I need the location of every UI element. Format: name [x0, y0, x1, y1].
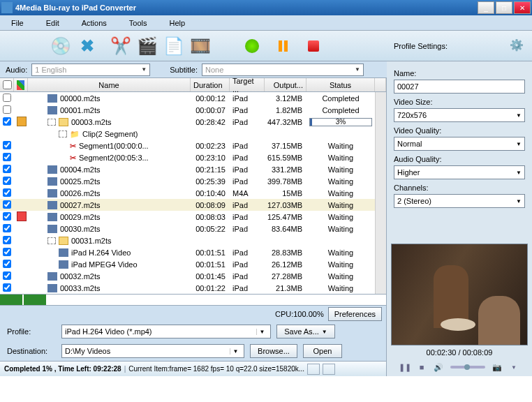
table-row[interactable]: iPad MPEG4 Video00:01:51iPad26.12MBWaiti… — [0, 258, 375, 270]
table-row[interactable]: 00004.m2ts00:21:15iPad331.2MBWaiting — [0, 163, 375, 175]
row-checkbox[interactable] — [3, 188, 11, 197]
row-checkbox[interactable] — [3, 153, 11, 161]
pause-button[interactable] — [271, 34, 295, 58]
stop-button[interactable] — [302, 34, 325, 58]
menu-tools[interactable]: Tools — [118, 19, 158, 27]
gear-icon[interactable]: ⚙️ — [510, 38, 525, 54]
add-file-button[interactable]: 📄 — [162, 34, 186, 58]
status-cell: Waiting — [306, 284, 375, 292]
table-row[interactable]: 📁Clip(2 Segment) — [0, 128, 375, 140]
preview-pause-button[interactable]: ❚❚ — [400, 362, 410, 372]
audio-quality-combo[interactable]: Higher▼ — [394, 165, 525, 179]
row-checkbox[interactable] — [3, 271, 11, 280]
menu-actions[interactable]: Actions — [71, 19, 118, 27]
start-button[interactable] — [240, 34, 264, 58]
table-row[interactable]: 00003.m2ts00:28:42iPad447.32MB3% — [0, 116, 375, 128]
col-icon[interactable] — [14, 78, 28, 91]
cpu-label: CPU:100.00% — [275, 310, 324, 318]
add-disc-button[interactable]: 💿 — [49, 34, 73, 58]
profile-label: Profile: — [7, 327, 56, 336]
table-row[interactable]: ✂Segment2(00:05:3...00:23:10iPad615.59MB… — [0, 151, 375, 163]
effects-button[interactable]: 🎬 — [135, 34, 159, 58]
preview-frame[interactable] — [391, 244, 528, 345]
table-row[interactable]: 00031.m2ts — [0, 234, 375, 246]
table-body[interactable]: 00000.m2ts00:00:12iPad3.12MBCompleted000… — [0, 92, 375, 294]
table-row[interactable]: ✂Segment1(00:00:0...00:02:23iPad37.15MBW… — [0, 140, 375, 151]
table-row[interactable]: 00033.m2ts00:01:22iPad21.3MBWaiting — [0, 282, 375, 294]
preferences-button[interactable]: Preferences — [328, 307, 382, 321]
row-checkbox[interactable] — [3, 94, 11, 102]
profile-combo[interactable]: iPad H.264 Video (*.mp4)▼ — [61, 325, 271, 338]
status-cell: Waiting — [306, 189, 375, 198]
volume-icon[interactable]: 🔊 — [434, 362, 443, 372]
browse-button[interactable]: Browse... — [250, 344, 297, 358]
destination-combo[interactable]: D:\My Videos▼ — [61, 344, 244, 358]
row-checkbox[interactable] — [3, 212, 11, 221]
table-row[interactable]: 00027.m2ts00:08:09iPad127.03MBWaiting — [0, 199, 375, 211]
row-checkbox[interactable] — [3, 236, 11, 244]
preview-time: 00:02:30 / 00:08:09 — [391, 345, 528, 359]
minimize-button[interactable]: _ — [478, 1, 494, 14]
table-row[interactable]: 00000.m2ts00:00:12iPad3.12MBCompleted — [0, 92, 375, 104]
file-icon: ✂ — [70, 142, 76, 150]
file-icon — [59, 118, 68, 126]
merge-button[interactable]: 🎞️ — [189, 34, 212, 58]
col-output[interactable]: Output... — [265, 78, 306, 91]
col-target[interactable]: Target ... — [230, 78, 265, 91]
subtitle-select[interactable]: None▼ — [202, 64, 364, 76]
save-as-button[interactable]: Save As...▼ — [276, 325, 335, 338]
video-quality-combo[interactable]: Normal▼ — [394, 137, 525, 151]
snapshot-button[interactable]: 📷 — [492, 362, 502, 372]
file-name: Segment2(00:05:3... — [79, 154, 149, 162]
table-row[interactable]: iPad H.264 Video00:01:51iPad28.83MBWaiti… — [0, 246, 375, 258]
col-status[interactable]: Status — [306, 78, 375, 91]
row-checkbox[interactable] — [3, 260, 11, 268]
file-name: 00025.m2ts — [60, 177, 100, 186]
video-size-combo[interactable]: 720x576▼ — [394, 108, 525, 122]
status-icon-1[interactable] — [307, 364, 320, 375]
channels-combo[interactable]: 2 (Stereo)▼ — [394, 194, 525, 208]
row-checkbox[interactable] — [3, 283, 11, 292]
col-check[interactable] — [0, 78, 14, 91]
table-row[interactable]: 00026.m2ts00:10:40M4A15MBWaiting — [0, 187, 375, 199]
row-checkbox[interactable] — [3, 117, 11, 126]
window-title: 4Media Blu-ray to iPad Converter — [15, 3, 478, 12]
color-icon — [17, 211, 27, 221]
row-checkbox[interactable] — [3, 165, 11, 173]
audio-select[interactable]: 1 English▼ — [31, 64, 150, 76]
row-checkbox[interactable] — [3, 248, 11, 256]
menu-help[interactable]: Help — [158, 19, 196, 27]
row-checkbox[interactable] — [3, 141, 11, 149]
file-name: 00004.m2ts — [60, 165, 100, 174]
menu-file[interactable]: File — [0, 19, 35, 27]
table-row[interactable]: 00029.m2ts00:08:03iPad125.47MBWaiting — [0, 211, 375, 223]
vertical-scrollbar[interactable] — [375, 92, 386, 294]
row-checkbox[interactable] — [3, 224, 11, 232]
col-name[interactable]: Name — [28, 78, 191, 91]
close-button[interactable]: ✕ — [514, 1, 531, 14]
table-row[interactable]: 00025.m2ts00:25:39iPad399.78MBWaiting — [0, 175, 375, 187]
menu-edit[interactable]: Edit — [35, 19, 71, 27]
name-input[interactable] — [394, 80, 525, 94]
cut-clip-button[interactable]: ✂️ — [109, 34, 133, 58]
open-button[interactable]: Open — [303, 344, 342, 358]
remove-button[interactable]: ✖ — [75, 34, 99, 58]
table-row[interactable]: 00030.m2ts00:05:22iPad83.64MBWaiting — [0, 223, 375, 234]
row-checkbox[interactable] — [3, 105, 11, 114]
table-row[interactable]: 00001.m2ts00:00:07iPad1.82MBCompleted — [0, 104, 375, 116]
duration-cell: 00:08:09 — [191, 201, 230, 209]
profile-settings-header: Profile Settings: ⚙️ — [387, 31, 532, 61]
volume-slider[interactable] — [450, 366, 485, 368]
status-current-item: Current Item:frame= 1682 fps= 10 q=22.0 … — [128, 365, 304, 373]
target-cell: iPad — [230, 94, 265, 103]
preview-stop-button[interactable]: ■ — [417, 362, 427, 372]
status-icon-2[interactable] — [323, 364, 335, 375]
row-checkbox[interactable] — [3, 177, 11, 185]
preview-controls: ❚❚ ■ 🔊 📷 ▼ — [391, 359, 528, 372]
maximize-button[interactable]: □ — [496, 1, 512, 14]
snapshot-menu-arrow[interactable]: ▼ — [509, 362, 519, 372]
table-row[interactable]: 00032.m2ts00:01:45iPad27.28MBWaiting — [0, 270, 375, 282]
col-duration[interactable]: Duration — [191, 78, 230, 91]
row-checkbox[interactable] — [3, 200, 11, 209]
file-name: Clip(2 Segment) — [82, 130, 138, 138]
